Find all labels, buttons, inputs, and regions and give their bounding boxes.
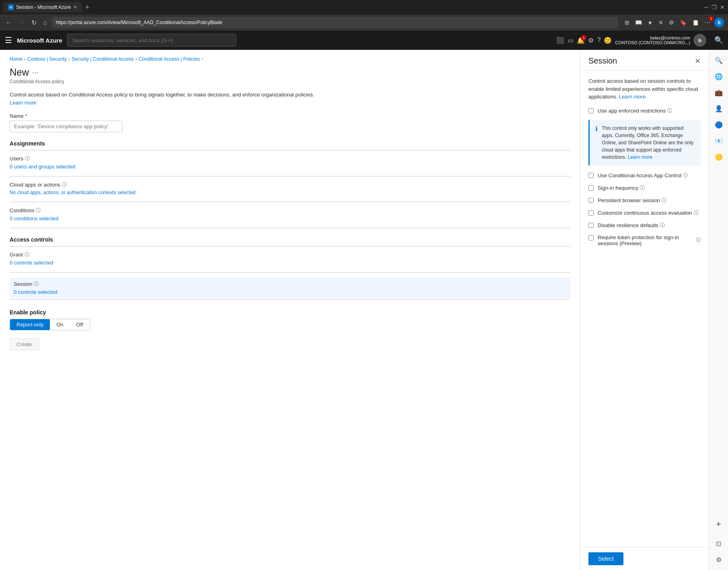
right-sidebar-icon-5[interactable]: 🔵 bbox=[712, 117, 726, 132]
cloud-apps-subsection: Cloud apps or actions ⓘ No cloud apps, a… bbox=[10, 181, 570, 195]
sign-in-freq-label: Sign-in frequency ⓘ bbox=[598, 185, 645, 191]
right-sidebar-icon-3[interactable]: 💼 bbox=[712, 85, 726, 100]
toggle-on-button[interactable]: On bbox=[50, 319, 70, 330]
ca-app-control-info-icon[interactable]: ⓘ bbox=[683, 172, 688, 179]
right-sidebar-icon-7[interactable]: 🟡 bbox=[712, 150, 726, 164]
info-box-learn-more-link[interactable]: Learn more bbox=[628, 154, 652, 160]
disable-resilience-label: Disable resilience defaults ⓘ bbox=[598, 222, 665, 229]
azure-search-input[interactable] bbox=[67, 34, 236, 47]
cloud-shell-icon[interactable]: ⬛ bbox=[556, 37, 564, 44]
tab-close-button[interactable]: ✕ bbox=[73, 4, 77, 10]
breadcrumb-conditional-access[interactable]: Security | Conditional Access bbox=[72, 56, 134, 62]
create-button[interactable]: Create bbox=[10, 338, 39, 350]
window-minimize-button[interactable]: ─ bbox=[704, 4, 708, 10]
app-restrictions-checkbox[interactable] bbox=[588, 108, 594, 113]
session-info-icon[interactable]: ⓘ bbox=[34, 281, 39, 287]
right-sidebar-icon-2[interactable]: 🌐 bbox=[712, 69, 726, 84]
users-info-icon[interactable]: ⓘ bbox=[25, 155, 30, 162]
app-restrictions-row: Use app enforced restrictions ⓘ bbox=[588, 107, 701, 114]
select-button[interactable]: Select bbox=[588, 552, 623, 565]
session-link[interactable]: 0 controls selected bbox=[14, 289, 566, 295]
description-learn-more-link[interactable]: Learn more bbox=[10, 100, 36, 106]
sign-in-freq-info-icon[interactable]: ⓘ bbox=[640, 185, 645, 191]
page-title-row: New ··· bbox=[10, 67, 570, 78]
user-info[interactable]: balas@contoso.com CONTOSO (CONTOSO.ONMIC… bbox=[615, 35, 690, 45]
session-subsection: Session ⓘ 0 controls selected bbox=[10, 277, 570, 298]
session-panel-footer: Select bbox=[580, 547, 709, 570]
grant-link[interactable]: 0 controls selected bbox=[10, 260, 570, 266]
conditions-link[interactable]: 0 conditions selected bbox=[10, 215, 570, 221]
breadcrumb-sep-2: › bbox=[68, 56, 70, 62]
settings-gear-icon[interactable]: ⚙ bbox=[588, 37, 594, 44]
right-sidebar-add-icon[interactable]: + bbox=[712, 517, 726, 531]
extension-icon-5[interactable]: 🔖 bbox=[678, 18, 688, 27]
conditions-info-icon[interactable]: ⓘ bbox=[36, 207, 41, 214]
extension-icon-3[interactable]: ✕ bbox=[657, 18, 665, 27]
right-sidebar-icon-1[interactable]: 🔍 bbox=[712, 53, 726, 68]
name-input[interactable] bbox=[10, 121, 122, 132]
new-tab-button[interactable]: + bbox=[85, 3, 90, 12]
browser-toolbar: ⊞ 📖 ★ ✕ ⚙ 🔖 📋 ⋯1 b bbox=[623, 18, 724, 27]
disable-resilience-checkbox[interactable] bbox=[588, 223, 594, 228]
main-layout: Home › Contoso | Security › Security | C… bbox=[0, 50, 728, 570]
breadcrumb-security[interactable]: Contoso | Security bbox=[27, 56, 67, 62]
toggle-report-only-button[interactable]: Report-only bbox=[10, 319, 50, 330]
window-close-button[interactable]: ✕ bbox=[720, 4, 725, 10]
favorites-icon[interactable]: ★ bbox=[646, 18, 654, 27]
sign-in-freq-checkbox[interactable] bbox=[588, 185, 594, 191]
session-panel-close-button[interactable]: ✕ bbox=[695, 57, 701, 66]
right-sidebar-settings-icon[interactable]: ⚙ bbox=[712, 552, 726, 567]
window-restore-button[interactable]: ❐ bbox=[712, 4, 717, 10]
persistent-browser-info-icon[interactable]: ⓘ bbox=[662, 197, 666, 204]
user-avatar[interactable]: b bbox=[693, 34, 706, 47]
right-sidebar-icon-6[interactable]: 📧 bbox=[712, 133, 726, 148]
forward-button[interactable]: → bbox=[17, 17, 27, 28]
users-link[interactable]: 0 users and groups selected bbox=[10, 164, 570, 170]
extension-icon-1[interactable]: ⊞ bbox=[623, 18, 631, 27]
persistent-browser-row: Persistent browser session ⓘ bbox=[588, 197, 701, 204]
token-protection-info-icon[interactable]: ⓘ bbox=[696, 237, 701, 244]
continuous-access-info-icon[interactable]: ⓘ bbox=[694, 209, 699, 216]
more-options-button[interactable]: ··· bbox=[32, 68, 38, 77]
token-protection-checkbox[interactable] bbox=[588, 235, 594, 240]
browser-tab[interactable]: A Session - Microsoft Azure ✕ bbox=[3, 2, 82, 12]
sidebar-search-icon[interactable]: 🔍 bbox=[714, 36, 723, 45]
bing-icon[interactable]: b bbox=[714, 18, 724, 27]
toggle-off-button[interactable]: Off bbox=[70, 319, 90, 330]
persistent-browser-checkbox[interactable] bbox=[588, 198, 594, 203]
ca-app-control-checkbox[interactable] bbox=[588, 173, 594, 178]
right-sidebar-icon-4[interactable]: 👤 bbox=[712, 101, 726, 116]
back-button[interactable]: ← bbox=[4, 17, 14, 28]
conditions-subsection: Conditions ⓘ 0 conditions selected bbox=[10, 207, 570, 221]
feedback-icon[interactable]: 😊 bbox=[604, 37, 612, 44]
refresh-button[interactable]: ↻ bbox=[30, 17, 38, 28]
token-protection-label: Require token protection for sign-in ses… bbox=[598, 234, 701, 246]
continuous-access-checkbox[interactable] bbox=[588, 210, 594, 215]
tab-favicon: A bbox=[8, 4, 14, 10]
breadcrumb-sep-1: › bbox=[24, 56, 26, 62]
right-sidebar-layout-icon[interactable]: ⊡ bbox=[712, 536, 726, 551]
app-restrictions-info-icon[interactable]: ⓘ bbox=[667, 107, 672, 114]
grant-info-icon[interactable]: ⓘ bbox=[25, 251, 29, 258]
extension-icon-2[interactable]: 📖 bbox=[633, 18, 644, 27]
terminal-icon[interactable]: ▭ bbox=[568, 37, 574, 44]
session-label: Session ⓘ bbox=[14, 281, 566, 287]
extension-icon-6[interactable]: 📋 bbox=[691, 18, 701, 27]
hamburger-menu-icon[interactable]: ☰ bbox=[5, 35, 12, 45]
cloud-apps-link[interactable]: No cloud apps, actions, or authenticatio… bbox=[10, 190, 570, 195]
address-bar-input[interactable] bbox=[52, 17, 618, 28]
description-text: Control access based on Conditional Acce… bbox=[10, 92, 314, 98]
home-button[interactable]: ⌂ bbox=[41, 17, 49, 28]
help-icon[interactable]: ? bbox=[597, 37, 600, 44]
disable-resilience-info-icon[interactable]: ⓘ bbox=[660, 222, 665, 229]
enable-policy-toggle-group[interactable]: Report-only On Off bbox=[10, 319, 90, 330]
cloud-apps-info-icon[interactable]: ⓘ bbox=[62, 181, 67, 188]
notification-icon[interactable]: 🔔1 bbox=[577, 37, 585, 44]
topbar-icons: ⬛ ▭ 🔔1 ⚙ ? 😊 balas@contoso.com CONTOSO (… bbox=[556, 34, 706, 47]
session-panel-description: Control access based on session controls… bbox=[588, 77, 701, 101]
breadcrumb-home[interactable]: Home bbox=[10, 56, 23, 62]
breadcrumb-policies[interactable]: Conditional Access | Policies bbox=[138, 56, 200, 62]
session-learn-more-link[interactable]: Learn more bbox=[619, 94, 646, 100]
more-tools-button[interactable]: ⋯1 bbox=[703, 18, 712, 27]
extension-icon-4[interactable]: ⚙ bbox=[667, 18, 676, 27]
